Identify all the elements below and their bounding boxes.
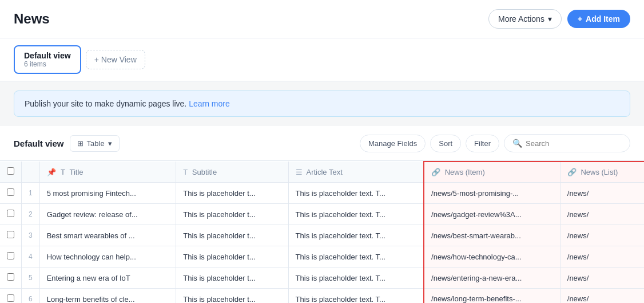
news-list-link-icon: 🔗: [567, 168, 577, 176]
title-col-label: Title: [69, 168, 83, 176]
chevron-down-icon: ▾: [108, 139, 112, 148]
learn-more-link[interactable]: Learn more: [189, 99, 230, 108]
news-list-cell: /news/: [560, 289, 644, 304]
news-list-col-label: News (List): [581, 168, 618, 176]
row-num-header: [22, 162, 40, 183]
table-row: 5 Entering a new era of IoT This is plac…: [0, 267, 644, 289]
row-checkbox[interactable]: [7, 294, 14, 302]
row-checkbox-cell[interactable]: [0, 289, 22, 304]
table-header-row: 📌 T Title T Subtitle ☰ Article Text 🔗: [0, 162, 644, 183]
search-icon: 🔍: [512, 139, 522, 148]
news-item-cell: /news/best-smart-wearab...: [424, 225, 560, 246]
row-checkbox[interactable]: [7, 252, 14, 259]
table-row: 6 Long-term benefits of cle... This is p…: [0, 289, 644, 304]
news-list-cell: /news/: [560, 267, 644, 289]
row-number: 2: [22, 204, 40, 225]
title-icon: T: [61, 168, 65, 176]
subtitle-header: T Subtitle: [176, 162, 288, 183]
sort-button[interactable]: Sort: [430, 135, 461, 152]
title-cell: Best smart wearables of ...: [39, 225, 176, 246]
toolbar-left: Default view ⊞ Table ▾: [14, 135, 120, 152]
search-box[interactable]: 🔍: [504, 134, 630, 152]
news-item-cell: /news/how-technology-ca...: [424, 246, 560, 267]
article-text-header: ☰ Article Text: [288, 162, 424, 183]
article-text-cell: This is placeholder text. T...: [288, 225, 424, 246]
search-input[interactable]: [526, 139, 622, 148]
row-checkbox[interactable]: [7, 231, 14, 238]
table-row: 3 Best smart wearables of ... This is pl…: [0, 225, 644, 246]
new-view-label: + New View: [94, 55, 137, 64]
article-text-cell: This is placeholder text. T...: [288, 246, 424, 267]
table-grid-icon: ⊞: [77, 139, 84, 148]
row-checkbox-cell[interactable]: [0, 204, 22, 225]
chevron-down-icon: ▾: [548, 14, 552, 23]
table-toolbar: Default view ⊞ Table ▾ Manage Fields Sor…: [0, 126, 644, 161]
subtitle-cell: This is placeholder t...: [176, 289, 288, 304]
more-actions-label: More Actions: [498, 14, 544, 23]
title-cell: Long-term benefits of cle...: [39, 289, 176, 304]
row-checkbox-cell[interactable]: [0, 225, 22, 246]
news-item-cell: /news/5-most-promising-...: [424, 183, 560, 204]
row-checkbox[interactable]: [7, 273, 14, 281]
subtitle-cell: This is placeholder t...: [176, 204, 288, 225]
subtitle-col-label: Subtitle: [192, 168, 217, 176]
news-item-cell: /news/gadget-review%3A...: [424, 204, 560, 225]
plus-icon: +: [578, 14, 582, 23]
table-view-button[interactable]: ⊞ Table ▾: [70, 135, 120, 152]
table-row: 2 Gadget review: release of... This is p…: [0, 204, 644, 225]
new-view-button[interactable]: + New View: [86, 50, 145, 69]
title-cell: Entering a new era of IoT: [39, 267, 176, 289]
subtitle-cell: This is placeholder t...: [176, 246, 288, 267]
header-actions: More Actions ▾ + Add Item: [488, 9, 630, 29]
subtitle-t-icon: T: [183, 168, 188, 176]
title-cell: Gadget review: release of...: [39, 204, 176, 225]
row-checkbox-cell[interactable]: [0, 246, 22, 267]
row-number: 1: [22, 183, 40, 204]
subtitle-cell: This is placeholder t...: [176, 225, 288, 246]
data-table: 📌 T Title T Subtitle ☰ Article Text 🔗: [0, 161, 644, 303]
news-item-col-label: News (Item): [445, 168, 485, 176]
title-cell: How technology can help...: [39, 246, 176, 267]
info-banner: Publish your site to make dynamic pages …: [14, 90, 630, 117]
article-text-cell: This is placeholder text. T...: [288, 267, 424, 289]
row-checkbox[interactable]: [7, 210, 14, 217]
article-text-cell: This is placeholder text. T...: [288, 289, 424, 304]
page-header: News More Actions ▾ + Add Item: [0, 0, 644, 38]
row-number: 3: [22, 225, 40, 246]
more-actions-button[interactable]: More Actions ▾: [488, 9, 562, 29]
add-item-label: Add Item: [586, 14, 620, 23]
article-text-cell: This is placeholder text. T...: [288, 204, 424, 225]
row-checkbox-cell[interactable]: [0, 183, 22, 204]
filter-button[interactable]: Filter: [466, 135, 499, 152]
article-doc-icon: ☰: [296, 168, 303, 176]
title-cell: 5 most promising Fintech...: [39, 183, 176, 204]
filter-label: Filter: [474, 139, 491, 148]
add-item-button[interactable]: + Add Item: [567, 10, 630, 28]
row-number: 4: [22, 246, 40, 267]
row-checkbox-cell[interactable]: [0, 267, 22, 289]
news-item-cell: /news/long-term-benefits-...: [424, 289, 560, 304]
view-tab-name: Default view: [24, 51, 71, 60]
news-list-cell: /news/: [560, 183, 644, 204]
row-number: 5: [22, 267, 40, 289]
article-text-col-label: Article Text: [306, 168, 342, 176]
table-section: Default view ⊞ Table ▾ Manage Fields Sor…: [0, 126, 644, 303]
default-view-tab[interactable]: Default view 6 items: [14, 45, 81, 74]
select-all-header[interactable]: [0, 162, 22, 183]
pin-icon: 📌: [47, 168, 56, 176]
subtitle-cell: This is placeholder t...: [176, 183, 288, 204]
subtitle-cell: This is placeholder t...: [176, 267, 288, 289]
title-header: 📌 T Title: [39, 162, 176, 183]
news-item-cell: /news/entering-a-new-era...: [424, 267, 560, 289]
views-bar: Default view 6 items + New View: [0, 38, 644, 81]
view-tab-count: 6 items: [24, 60, 71, 68]
select-all-checkbox[interactable]: [7, 167, 14, 175]
table-view-label: Default view: [14, 139, 64, 148]
info-banner-text: Publish your site to make dynamic pages …: [25, 99, 186, 108]
sort-label: Sort: [439, 139, 452, 148]
row-number: 6: [22, 289, 40, 304]
row-checkbox[interactable]: [7, 188, 14, 196]
manage-fields-button[interactable]: Manage Fields: [360, 135, 426, 152]
news-list-cell: /news/: [560, 225, 644, 246]
toolbar-right: Manage Fields Sort Filter 🔍: [360, 134, 630, 152]
